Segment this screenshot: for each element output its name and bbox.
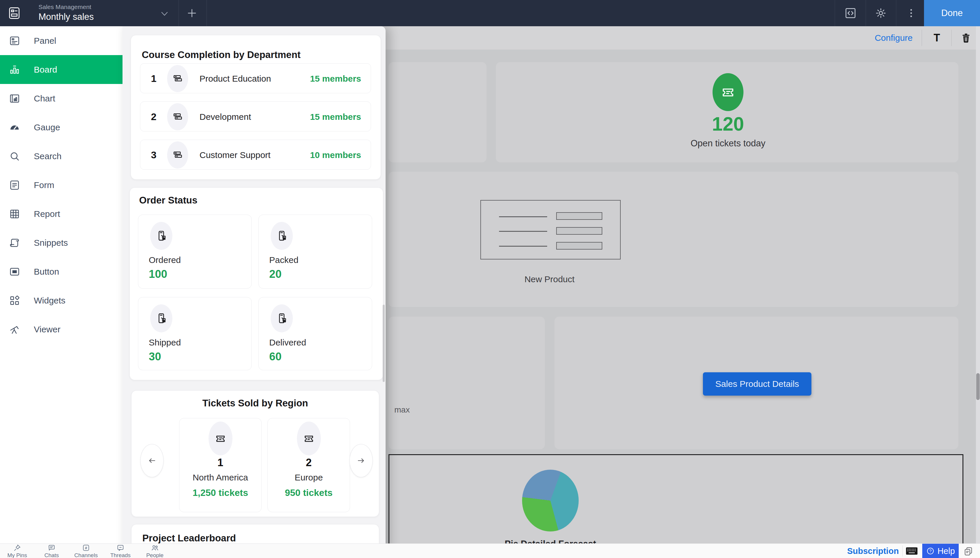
sidebar-item-widgets[interactable]: Widgets: [0, 286, 123, 315]
add-board-icon[interactable]: [186, 7, 198, 19]
order-status-tile: Delivered 60: [258, 297, 372, 370]
sidebar-item-label: Form: [34, 180, 54, 190]
max-widget[interactable]: max: [388, 317, 545, 449]
sidebar-item-label: Board: [34, 65, 57, 75]
topbar: Sales Management Monthly sales Done: [0, 0, 980, 26]
sales-product-details-button[interactable]: Sales Product Details: [703, 372, 811, 396]
sidebar-item-label: Chart: [34, 94, 55, 103]
drawer-scrollbar-thumb[interactable]: [383, 305, 385, 382]
panel-icon: [9, 35, 20, 47]
sidebar-item-label: Button: [34, 267, 59, 277]
bottom-tab-my-pins[interactable]: My Pins: [0, 544, 35, 558]
books-icon: [172, 149, 183, 161]
department-name: Development: [199, 102, 251, 132]
carousel-previous-button[interactable]: [140, 444, 164, 477]
order-status-tile: Packed 20: [258, 215, 372, 289]
bottom-tab-label: Chats: [44, 552, 59, 558]
mobile-cart-icon: [155, 230, 168, 242]
open-tickets-value: 120: [712, 113, 744, 135]
course-rows: 1 Product Education 15 members 2 Develop…: [140, 63, 371, 170]
books-icon: [172, 111, 183, 123]
button-icon: [9, 266, 20, 277]
sales-details-widget[interactable]: Sales Product Details: [554, 317, 959, 449]
trash-icon[interactable]: [960, 32, 972, 44]
chevron-down-icon[interactable]: [159, 8, 170, 19]
scrollbar-thumb[interactable]: [976, 373, 980, 400]
skeleton-input: [556, 212, 602, 220]
gauge-icon: [9, 121, 20, 133]
bottom-tab-threads[interactable]: Threads: [103, 544, 138, 558]
sidebar-item-label: Widgets: [34, 295, 65, 305]
sidebar-item-label: Snippets: [34, 238, 68, 248]
report-icon: [9, 208, 20, 220]
skeleton-input: [556, 227, 602, 235]
scrollbar[interactable]: [976, 26, 980, 543]
status-value: 30: [149, 350, 161, 363]
text-tool-button[interactable]: T: [928, 26, 945, 49]
sidebar-item-viewer[interactable]: Viewer: [0, 315, 123, 344]
channel-icon: #: [82, 544, 90, 552]
chat-icon: [48, 544, 56, 552]
bottom-tab-people[interactable]: People: [138, 544, 172, 558]
region-tile: 2 Europe 950 tickets: [268, 418, 350, 512]
sidebar-item-form[interactable]: Form: [0, 171, 123, 199]
new-product-widget[interactable]: New Product: [388, 172, 959, 307]
order-status-tile: Ordered 100: [138, 215, 252, 289]
sidebar-item-search[interactable]: Search: [0, 142, 123, 171]
ticket-icon: [214, 432, 227, 445]
svg-text:#: #: [85, 545, 87, 550]
gear-icon[interactable]: [875, 7, 887, 20]
status-label: Ordered: [149, 255, 181, 265]
help-button[interactable]: ? Help: [922, 544, 959, 558]
done-button[interactable]: Done: [924, 0, 980, 26]
rank-number: 1: [179, 456, 261, 469]
sidebar-item-report[interactable]: Report: [0, 199, 123, 228]
status-label: Packed: [269, 255, 298, 265]
topbar-divider: [896, 0, 896, 26]
course-completion-card: Course Completion by Department 1 Produc…: [131, 35, 381, 180]
code-icon[interactable]: [844, 7, 857, 20]
pie-chart-widget-selected[interactable]: Pie Detailed Forecast: [388, 454, 964, 558]
sidebar-item-gauge[interactable]: Gauge: [0, 113, 123, 142]
status-label: Delivered: [269, 338, 306, 348]
bottom-tab-chats[interactable]: Chats: [35, 544, 69, 558]
order-status-card: Order Status Ordered 100 Packed 20 Shipp…: [130, 187, 383, 380]
open-tickets-widget[interactable]: 120 Open tickets today: [496, 62, 959, 162]
books-icon: [172, 73, 183, 85]
bottom-tab-label: Channels: [74, 552, 98, 558]
mobile-cart-icon: [155, 312, 168, 325]
kebab-menu-icon[interactable]: [905, 7, 917, 19]
rank-number: 2: [268, 456, 350, 469]
dimmed-widget-card[interactable]: [388, 62, 487, 162]
board-title: Monthly sales: [38, 11, 94, 22]
subscription-link[interactable]: Subscription: [844, 544, 902, 558]
order-tiles: Ordered 100 Packed 20 Shipped 30 Deliver…: [138, 215, 372, 370]
bottom-tab-channels[interactable]: # Channels: [69, 544, 103, 558]
rank-number: 3: [147, 140, 160, 170]
topbar-divider: [835, 0, 835, 26]
tickets-by-region-title: Tickets Sold by Region: [132, 398, 379, 409]
sidebar-item-chart[interactable]: Chart: [0, 84, 123, 113]
widgets-icon: [9, 295, 20, 307]
course-row: 3 Customer Support 10 members: [140, 140, 371, 170]
configure-link[interactable]: Configure: [865, 26, 923, 49]
sidebar-item-button[interactable]: Button: [0, 257, 123, 286]
bottombar: My Pins Chats # Channels Threads People …: [0, 543, 980, 558]
arrow-right-icon: [356, 456, 366, 466]
bottom-tab-label: My Pins: [7, 552, 27, 558]
keyboard-icon[interactable]: [906, 547, 918, 555]
board-icon: [9, 64, 20, 75]
clipboard-stack-icon[interactable]: [963, 546, 973, 556]
bottom-tab-label: People: [146, 552, 163, 558]
sidebar-item-panel[interactable]: Panel: [0, 26, 123, 55]
sidebar-item-snippets[interactable]: Snippets: [0, 228, 123, 257]
member-count: 15 members: [310, 64, 361, 94]
mobile-cart-icon: [276, 312, 288, 325]
question-circle-icon: ?: [926, 547, 935, 555]
order-status-tile: Shipped 30: [138, 297, 252, 370]
rank-number: 1: [147, 64, 160, 94]
carousel-next-button[interactable]: [349, 444, 373, 477]
form-icon: [9, 179, 20, 191]
sidebar-item-board[interactable]: Board: [0, 55, 123, 84]
region-name: Europe: [268, 473, 350, 483]
